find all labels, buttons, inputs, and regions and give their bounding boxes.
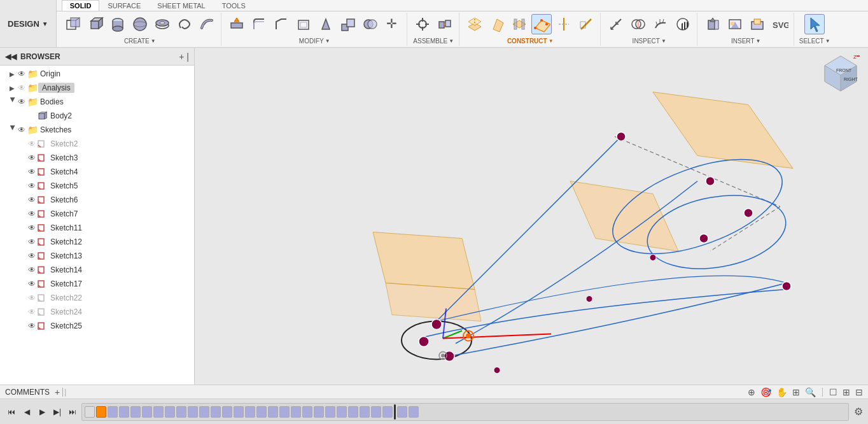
joint-icon[interactable] — [412, 14, 433, 34]
tree-item-sketch25[interactable]: 👁 Sketch25 — [0, 319, 194, 333]
tree-item-sketch3[interactable]: 👁 Sketch3 — [0, 151, 194, 165]
tl-item-4[interactable] — [119, 406, 129, 418]
grid-icon[interactable]: ⊞ — [843, 387, 850, 397]
pan-icon[interactable]: ✋ — [776, 387, 787, 397]
tree-eye-sketch6[interactable]: 👁 — [27, 195, 37, 205]
pipe-icon[interactable] — [197, 14, 217, 34]
tree-item-analysis[interactable]: ▶ 👁 📁 Analysis — [0, 81, 194, 95]
tree-eye-sketch12[interactable]: 👁 — [27, 237, 37, 247]
tl-item-2[interactable] — [96, 406, 106, 418]
tl-item-22[interactable] — [325, 406, 335, 418]
tree-item-sketch22[interactable]: 👁 Sketch22 — [0, 291, 194, 305]
tl-item-3[interactable] — [108, 406, 118, 418]
tree-item-sketch17[interactable]: 👁 Sketch17 — [0, 277, 194, 291]
interference-icon[interactable] — [628, 14, 648, 34]
axis-perp-icon[interactable] — [554, 14, 574, 34]
tl-item-21[interactable] — [314, 406, 324, 418]
tl-item-30[interactable] — [409, 406, 419, 418]
tree-item-sketch12[interactable]: 👁 Sketch12 — [0, 235, 194, 249]
create-label[interactable]: CREATE ▼ — [124, 38, 156, 45]
browser-plus-icon[interactable]: + — [179, 52, 184, 62]
tl-item-18[interactable] — [279, 406, 290, 418]
offset-plane-icon[interactable] — [465, 14, 485, 34]
tab-solid[interactable]: SOLID — [62, 0, 100, 11]
tree-eye-sketch25[interactable]: 👁 — [27, 321, 37, 331]
tl-item-12[interactable] — [211, 406, 221, 418]
measure-status-icon[interactable]: ⊞ — [792, 387, 800, 397]
curvature-comb-icon[interactable] — [650, 14, 671, 34]
tree-item-bodies[interactable]: ▶ 👁 📁 Bodies — [0, 95, 194, 109]
tree-eye-bodies[interactable]: 👁 — [17, 97, 27, 107]
comments-plus-icon[interactable]: + — [55, 387, 60, 397]
zebra-icon[interactable] — [673, 14, 693, 34]
move-icon[interactable]: ✛ — [382, 14, 403, 34]
shell-icon[interactable] — [293, 14, 314, 34]
position-icon[interactable]: ⊕ — [748, 387, 755, 397]
insert-decal-icon[interactable] — [747, 14, 767, 34]
select-icon[interactable] — [804, 14, 825, 34]
tree-item-sketch14[interactable]: 👁 Sketch14 — [0, 263, 194, 277]
tree-eye-analysis[interactable]: 👁 — [17, 83, 27, 93]
tree-eye-sketch2[interactable]: 👁 — [27, 139, 37, 149]
tl-item-20[interactable] — [302, 406, 312, 418]
timeline-prev[interactable]: ◀ — [20, 406, 33, 418]
tl-item-11[interactable] — [199, 406, 209, 418]
tl-item-23[interactable] — [337, 406, 347, 418]
browser-collapse-icon[interactable]: ◀◀ — [5, 52, 17, 61]
draft-icon[interactable] — [316, 14, 336, 34]
insert-canvas-icon[interactable] — [725, 14, 745, 34]
tree-item-origin[interactable]: ▶ 👁 📁 Origin — [0, 67, 194, 81]
tl-item-17[interactable] — [268, 406, 278, 418]
design-button[interactable]: DESIGN ▼ — [0, 0, 57, 47]
construct-label[interactable]: CONSTRUCT ▼ — [507, 38, 554, 45]
tl-item-7[interactable] — [153, 406, 164, 418]
tl-item-26[interactable] — [371, 406, 381, 418]
insert-svg-icon[interactable]: SVG — [769, 14, 790, 34]
tl-item-19[interactable] — [291, 406, 301, 418]
timeline-next[interactable]: ▶| — [51, 406, 64, 418]
tree-eye-sketch22[interactable]: 👁 — [27, 293, 37, 303]
tl-item-15[interactable] — [245, 406, 255, 418]
plane-at-angle-icon[interactable] — [487, 14, 507, 34]
tab-sheet-metal[interactable]: SHEET METAL — [149, 0, 213, 11]
tl-item-25[interactable] — [360, 406, 370, 418]
tl-item-27[interactable] — [382, 406, 393, 418]
viewport[interactable]: FRONT RIGHT Z — [195, 48, 868, 385]
tl-item-16[interactable] — [256, 406, 267, 418]
tab-surface[interactable]: SURFACE — [99, 0, 149, 11]
tl-item-8[interactable] — [165, 406, 175, 418]
tree-item-sketch7[interactable]: 👁 Sketch7 — [0, 207, 194, 221]
tl-item-29[interactable] — [397, 406, 407, 418]
tree-eye-sketch4[interactable]: 👁 — [27, 167, 37, 177]
tree-expand-origin[interactable]: ▶ — [8, 69, 17, 78]
midplane-icon[interactable] — [509, 14, 529, 34]
tl-item-5[interactable] — [130, 406, 141, 418]
axis-along-icon[interactable] — [576, 14, 596, 34]
tree-item-sketches[interactable]: ▶ 👁 📁 Sketches — [0, 123, 194, 137]
tree-expand-analysis[interactable]: ▶ — [8, 83, 17, 92]
tab-tools[interactable]: TOOLS — [214, 0, 254, 11]
tree-item-sketch5[interactable]: 👁 Sketch5 — [0, 179, 194, 193]
tree-eye-sketches[interactable]: 👁 — [17, 125, 27, 135]
insert-label[interactable]: INSERT ▼ — [731, 38, 760, 45]
view-cube[interactable]: FRONT RIGHT Z — [818, 53, 863, 97]
tree-expand-bodies[interactable]: ▶ — [8, 97, 17, 106]
box-icon[interactable] — [85, 14, 106, 34]
tree-item-sketch13[interactable]: 👁 Sketch13 — [0, 249, 194, 263]
combine-icon[interactable] — [360, 14, 381, 34]
tree-expand-sketches[interactable]: ▶ — [8, 125, 17, 134]
display-mode-icon[interactable]: ☐ — [829, 387, 837, 397]
tree-eye-sketch7[interactable]: 👁 — [27, 209, 37, 219]
timeline-track[interactable] — [81, 403, 849, 421]
tree-item-sketch24[interactable]: 👁 Sketch24 — [0, 305, 194, 319]
tl-item-9[interactable] — [176, 406, 186, 418]
torus-icon[interactable] — [152, 14, 172, 34]
new-component-icon[interactable] — [63, 14, 83, 34]
capture-icon[interactable]: 🎯 — [760, 387, 771, 397]
measure-icon[interactable] — [606, 14, 626, 34]
tree-eye-sketch3[interactable]: 👁 — [27, 153, 37, 163]
tree-eye-sketch17[interactable]: 👁 — [27, 279, 37, 289]
plane-through-icon[interactable] — [531, 14, 552, 34]
tree-eye-origin[interactable]: 👁 — [17, 69, 27, 79]
timeline-settings-icon[interactable]: ⚙ — [854, 406, 863, 418]
